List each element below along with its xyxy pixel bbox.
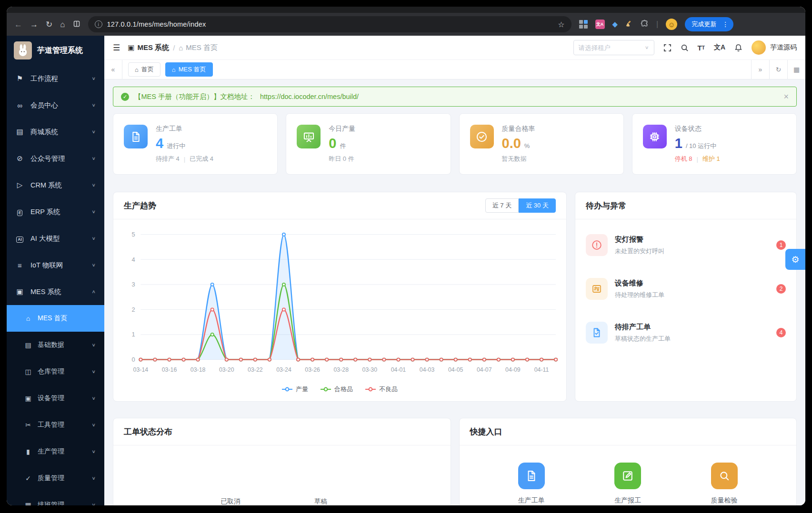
stat-footnote: 待排产 4|已完成 4 [156,155,213,163]
tabs-refresh-icon[interactable]: ↻ [769,60,787,79]
sidebar-subitem-quality[interactable]: ✓质量管理∨ [7,465,104,492]
close-icon[interactable]: × [783,92,789,102]
tabs-scroll-left-icon[interactable]: « [104,60,122,79]
breadcrumb-current[interactable]: ⌂ MES 首页 [179,43,218,52]
quick-entry-card: 快捷入口 生产工单生产报工质量检验 [459,418,797,505]
stat-body: 设备状态1/ 10 运行中停机 8|维护 1 [675,125,720,163]
toolbar-divider: | [656,20,658,29]
stat-footnote: 停机 8|维护 1 [675,155,720,163]
font-size-icon[interactable]: TT [698,44,705,52]
sidebar-item-workflow[interactable]: ⚑工作流程∨ [7,65,104,92]
foot-text: 暂无数据 [502,155,527,163]
extensions-puzzle-icon[interactable] [641,20,649,30]
range-button[interactable]: 近 30 天 [519,198,556,213]
sidebar-subitem-production[interactable]: ▮生产管理∨ [7,438,104,465]
tab-groups-ext-icon[interactable] [579,20,588,29]
page-tab[interactable]: ⌂首页 [128,62,160,77]
breadcrumb-root[interactable]: ▣ MES 系统 [128,43,169,52]
chevron-down-icon: ∨ [91,502,96,505]
reading-list-icon[interactable] [73,20,80,29]
quick-entry-label: 生产工单 [518,496,545,505]
bottom-row: 工单状态分布 已取消4草稿4 快捷入口 生产工单生产报工质量检验 [113,418,797,505]
todo-body: 待排产工单草稿状态的生产工单 [615,323,671,343]
tenant-input[interactable] [579,44,642,51]
foot-divider: | [184,156,185,163]
tabs-scroll-right-icon[interactable]: » [751,60,769,79]
doc-link[interactable]: https://doc.iocoder.cn/mes/build/ [260,93,359,100]
legend-item[interactable]: 产量 [282,385,308,394]
chrome-menu-icon[interactable]: ⋮ [720,20,731,28]
svg-text:03-28: 03-28 [333,366,349,373]
sidebar-item-mall[interactable]: ▤商城系统∨ [7,118,104,145]
sidebar-item-mes[interactable]: ▣MES 系统∧ [7,278,104,305]
svg-text:03-24: 03-24 [276,366,291,373]
sidebar-subitem-home[interactable]: ⌂MES 首页 [7,305,104,332]
count-badge: 2 [776,284,786,294]
chart-legend: 产量合格品不良品 [116,384,563,399]
todo-body: 安灯报警未处置的安灯呼叫 [615,235,664,256]
sidebar-item-iot[interactable]: ≡IoT 物联网∨ [7,252,104,278]
chevron-down-icon: ∨ [645,45,649,50]
trend-line-chart[interactable]: 01234503-1403-1603-1803-2003-2203-2403-2… [116,225,563,382]
order-status-donut-chart[interactable]: 已取消4草稿4 [139,454,425,505]
legend-item[interactable]: 不良品 [365,385,398,394]
collapse-menu-icon[interactable]: ☰ [113,43,120,53]
header-actions: ∨ TT 文A 芋道源码 [573,40,797,55]
forward-icon[interactable]: → [30,20,38,29]
mall-icon: ▤ [15,128,24,136]
sidebar-item-ai[interactable]: AIAI 大模型∨ [7,225,104,252]
trend-chart-area: 01234503-1403-1603-1803-2003-2203-2403-2… [113,219,566,401]
breadcrumb: ▣ MES 系统 / ⌂ MES 首页 [128,43,218,52]
todo-item[interactable]: 安灯报警未处置的安灯呼叫1 [586,223,786,267]
search-icon[interactable] [681,44,689,52]
sidebar-subitem-equipment[interactable]: ▣设备管理∨ [7,385,104,412]
todo-item[interactable]: 设备维修待处理的维修工单2 [586,267,786,311]
user-menu[interactable]: 芋道源码 [752,40,797,55]
bookmark-star-icon[interactable]: ☆ [558,20,564,29]
stat-unit: 件 [340,142,346,150]
chrome-update-button[interactable]: 完成更新 ⋮ [685,17,733,31]
home-icon[interactable]: ⌂ [60,20,65,29]
quick-entry-edit[interactable]: 生产报工 [614,463,641,505]
page-tab[interactable]: ⌂MES 首页 [165,62,213,77]
sidebar-item-official-account[interactable]: ⊘公众号管理∨ [7,145,104,172]
production-trend-card: 生产趋势 近 7 天近 30 天 01234503-1403-1603-1803… [113,192,567,402]
sidebar-item-member[interactable]: ∞会员中心∨ [7,92,104,118]
sidebar-item-erp[interactable]: EERP 系统∨ [7,198,104,225]
gem-ext-icon[interactable]: ◆ [612,20,618,29]
theme-settings-button[interactable]: ⚙ [785,249,805,270]
sidebar-subitem-label: 生产管理 [38,447,64,456]
site-info-icon[interactable]: i [95,20,102,28]
svg-text:03-26: 03-26 [305,366,320,373]
sidebar-subitem-base-data[interactable]: ▤基础数据∨ [7,332,104,358]
url-text[interactable]: 127.0.0.1/mes/mes/home/index [107,20,206,28]
sidebar-subitem-tool[interactable]: ✂工具管理∨ [7,412,104,438]
browser-profile-avatar[interactable]: ☺ [666,19,677,30]
stat-value: 4 [156,136,163,151]
quick-entry-doc[interactable]: 生产工单 [518,463,545,505]
sidebar-subitem-warehouse[interactable]: ◫仓库管理∨ [7,358,104,385]
translate-ext-icon[interactable]: 文A [595,20,605,29]
sidebar-subitem-schedule[interactable]: ▦排班管理∨ [7,492,104,505]
sidebar-item-label: 公众号管理 [30,154,65,163]
official-account-icon: ⊘ [15,154,24,163]
range-button[interactable]: 近 7 天 [485,198,519,213]
svg-text:4: 4 [131,256,135,263]
sidebar-item-crm[interactable]: ▷CRM 系统∨ [7,172,104,198]
quick-entry-search[interactable]: 质量检验 [711,463,738,505]
stat-card: 设备状态1/ 10 运行中停机 8|维护 1 [632,113,797,175]
search-icon [711,463,738,489]
bell-icon[interactable] [734,44,742,52]
legend-item[interactable]: 合格品 [321,385,353,394]
reload-icon[interactable]: ↻ [46,20,52,29]
app-logo-row[interactable]: 芋道管理系统 [7,36,104,65]
language-icon[interactable]: 文A [714,43,725,52]
fullscreen-icon[interactable] [663,44,672,52]
back-icon[interactable]: ← [14,20,22,29]
address-bar[interactable]: i 127.0.0.1/mes/mes/home/index ☆ [88,16,571,32]
todo-item[interactable]: 待排产工单草稿状态的生产工单4 [586,311,786,355]
app-title: 芋道管理系统 [37,46,83,56]
cleaner-ext-icon[interactable] [625,20,633,29]
tenant-select[interactable]: ∨ [573,40,654,55]
tabs-layout-icon[interactable]: ▦ [787,60,805,79]
